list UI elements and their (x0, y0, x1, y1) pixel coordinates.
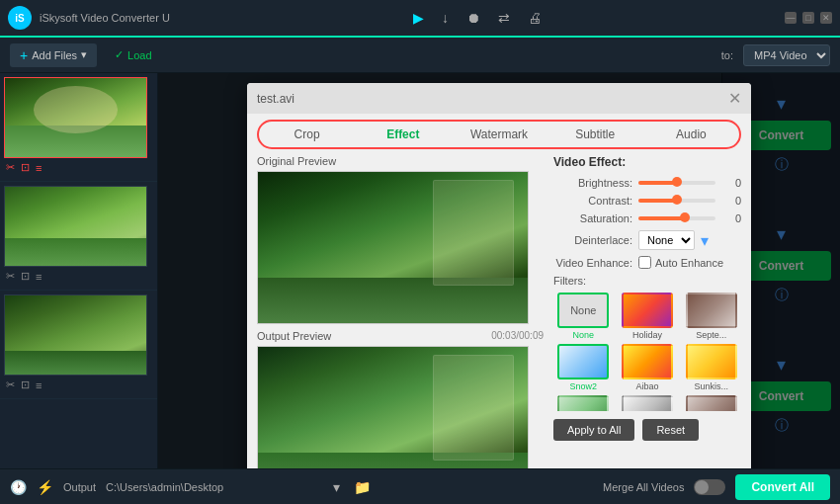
filter-name-holiday: Holiday (632, 330, 662, 340)
clock-icon[interactable]: 🕐 (10, 479, 27, 495)
format-to-label: to: (721, 49, 733, 61)
filter-willow[interactable]: Willow (553, 395, 614, 411)
add-files-button[interactable]: + Add Files ▾ (10, 43, 97, 67)
filter-holiday[interactable]: Holiday (618, 293, 678, 340)
filter-thumb-retro (686, 395, 737, 411)
transfer-icon[interactable]: ⇄ (498, 10, 510, 26)
brightness-thumb[interactable] (672, 177, 682, 187)
saturation-slider[interactable] (638, 216, 715, 220)
folder-icon[interactable]: ▾ (333, 479, 340, 495)
filter-sunkis[interactable]: Sunkis... (681, 344, 741, 391)
close-button[interactable]: ✕ (820, 12, 832, 24)
filter-snow2[interactable]: Snow2 (553, 344, 614, 391)
cut-button-3[interactable]: ✂ (6, 378, 15, 391)
load-check-icon: ✓ (115, 48, 124, 61)
deinterlace-select[interactable]: None (638, 230, 695, 250)
download-icon[interactable]: ↓ (442, 10, 449, 26)
maximize-button[interactable]: □ (802, 12, 814, 24)
tab-audio[interactable]: Audio (643, 122, 739, 147)
open-folder-icon[interactable]: 📁 (354, 479, 371, 495)
contrast-slider[interactable] (638, 199, 715, 203)
bolt-icon[interactable]: ⚡ (37, 479, 53, 495)
merge-label: Merge All Videos (603, 481, 684, 493)
format-select[interactable]: MP4 Video (743, 44, 830, 66)
filter-name-sunkis: Sunkis... (694, 381, 728, 391)
dialog-title: test.avi (257, 92, 728, 106)
video-preview-1 (5, 78, 146, 157)
dialog-close-button[interactable]: ✕ (728, 89, 741, 108)
filter-aibao[interactable]: Aibao (618, 344, 678, 391)
load-button[interactable]: ✓ Load (107, 44, 159, 65)
filter-thumb-snow2 (557, 344, 609, 379)
contrast-value: 0 (721, 195, 741, 207)
filter-name-snow2: Snow2 (570, 381, 598, 391)
add-files-label: Add Files (32, 49, 77, 61)
tab-effect[interactable]: Effect (355, 122, 451, 147)
tab-subtitle[interactable]: Subtitle (547, 122, 643, 147)
convert-all-button[interactable]: Convert All (735, 474, 830, 500)
auto-enhance-label: Auto Enhance (655, 257, 723, 269)
print-icon[interactable]: 🖨 (528, 10, 542, 26)
minimize-button[interactable]: — (785, 12, 797, 24)
video-enhance-label: Video Enhance: (553, 257, 632, 269)
filter-name-none: None (573, 330, 595, 340)
record-icon[interactable]: ⏺ (466, 10, 480, 26)
file-list: ✂ ⊡ ≡ ✂ ⊡ ≡ (0, 73, 158, 468)
filter-thumb-none: None (557, 293, 609, 328)
list-item[interactable]: ✂ ⊡ ≡ (0, 73, 157, 182)
none-text: None (570, 304, 596, 316)
brightness-row: Brightness: 0 (553, 177, 741, 189)
file-thumb-2 (4, 186, 147, 267)
filter-septe[interactable]: Septe... (681, 293, 741, 340)
right-area: ▾ Convert ⓘ ▾ Convert ⓘ ▾ Convert ⓘ (158, 73, 840, 468)
merge-toggle[interactable] (694, 479, 725, 495)
effects-panel: Video Effect: Brightness: (544, 155, 741, 468)
filter-thumb-aibao (622, 344, 673, 379)
convert-icon[interactable]: ▶ (413, 10, 424, 26)
saturation-thumb[interactable] (680, 212, 690, 222)
contrast-row: Contrast: 0 (553, 195, 741, 207)
list-item[interactable]: ✂ ⊡ ≡ (0, 182, 157, 291)
filter-simple[interactable]: Simple... (618, 395, 678, 411)
preview-section: Original Preview Output Preview 00:03/00… (257, 155, 544, 468)
title-bar: iS iSkysoft Video Converter U ▶ ↓ ⏺ ⇄ 🖨 … (0, 0, 840, 36)
logo-text: iS (15, 13, 24, 24)
crop-button-3[interactable]: ⊡ (21, 378, 30, 391)
dialog-body: Original Preview Output Preview 00:03/00… (247, 155, 751, 468)
filter-none[interactable]: None None (553, 293, 614, 340)
contrast-thumb[interactable] (672, 195, 682, 205)
output-video-sim (258, 347, 528, 468)
list-item[interactable]: ✂ ⊡ ≡ (0, 291, 157, 399)
filter-name-aibao: Aibao (635, 381, 658, 391)
filters-grid: None None Holiday (553, 293, 741, 411)
settings-button-1[interactable]: ≡ (36, 161, 42, 174)
tab-watermark[interactable]: Watermark (451, 122, 546, 147)
settings-button-2[interactable]: ≡ (36, 270, 42, 283)
tab-crop[interactable]: Crop (259, 122, 355, 147)
video-preview-2 (5, 187, 146, 266)
crop-button-2[interactable]: ⊡ (21, 270, 30, 283)
cut-button-1[interactable]: ✂ (6, 161, 15, 174)
add-files-arrow: ▾ (81, 48, 87, 61)
brightness-slider[interactable] (638, 181, 715, 185)
dialog-overlay: test.avi ✕ Crop Effect Watermark Subtitl… (158, 73, 840, 468)
filters-label: Filters: (553, 275, 741, 287)
filter-thumb-septe (686, 293, 737, 328)
apply-to-all-button[interactable]: Apply to All (553, 419, 634, 441)
filter-actions: Apply to All Reset (553, 419, 741, 441)
bottom-bar: 🕐 ⚡ Output C:\Users\admin\Desktop ▾ 📁 Me… (0, 468, 840, 504)
crop-button-1[interactable]: ⊡ (21, 161, 30, 174)
reset-button[interactable]: Reset (642, 419, 699, 441)
output-preview-box (257, 346, 529, 468)
nav-icons: ▶ ↓ ⏺ ⇄ 🖨 (413, 10, 542, 26)
file-thumb-1 (4, 77, 147, 158)
settings-button-3[interactable]: ≡ (36, 378, 42, 391)
deinterlace-arrow: ▾ (701, 231, 709, 250)
auto-enhance-checkbox[interactable] (638, 256, 651, 269)
cut-button-2[interactable]: ✂ (6, 270, 15, 283)
output-time: 00:03/00:09 (491, 330, 544, 342)
brightness-track (638, 181, 715, 185)
filter-retro[interactable]: Retro (681, 395, 741, 411)
contrast-track (638, 199, 715, 203)
original-preview-label: Original Preview (257, 155, 544, 167)
